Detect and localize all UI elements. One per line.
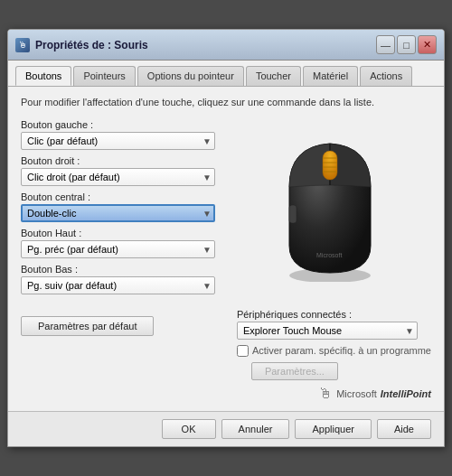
svg-text:Microsoft: Microsoft [316, 252, 342, 258]
bouton-bas-label: Bouton Bas : [21, 264, 220, 275]
title-bar: 🖱 Propriétés de : Souris — □ ✕ [8, 30, 444, 61]
bouton-gauche-dropdown[interactable]: Clic (par défaut) [21, 132, 215, 150]
bouton-haut-group: Bouton Haut : Pg. préc (par défaut) ▼ [21, 228, 220, 258]
connected-label: Périphériques connectés : [237, 309, 352, 320]
help-button[interactable]: Aide [377, 419, 431, 439]
checkbox-row: Activer param. spécifiq. à un programme [237, 345, 431, 357]
tab-boutons[interactable]: Boutons [15, 66, 71, 86]
tab-options-pointeur[interactable]: Options du pointeur [137, 66, 244, 86]
main-window: 🖱 Propriétés de : Souris — □ ✕ Boutons P… [7, 29, 445, 446]
cancel-button[interactable]: Annuler [221, 419, 290, 439]
program-checkbox[interactable] [237, 345, 249, 357]
bouton-bas-dropdown[interactable]: Pg. suiv (par défaut) [21, 276, 215, 294]
bouton-droit-label: Bouton droit : [21, 155, 220, 166]
title-buttons: — □ ✕ [376, 35, 437, 54]
svg-rect-2 [323, 151, 337, 180]
tab-materiel[interactable]: Matériel [303, 66, 358, 86]
mouse-svg: Microsoft [267, 133, 393, 282]
window-icon: 🖱 [15, 38, 30, 52]
ok-button[interactable]: OK [162, 419, 216, 439]
content-area: Pour modifier l'affectation d'une touche… [8, 87, 444, 410]
footer: OK Annuler Appliquer Aide [8, 411, 444, 446]
intellipoint-brand: IntelliPoint [381, 388, 431, 399]
tab-actions[interactable]: Actions [360, 66, 412, 86]
bouton-gauche-label: Bouton gauche : [21, 119, 220, 130]
intellipoint-mouse-icon: 🖱 [318, 386, 333, 402]
main-area: Bouton gauche : Clic (par défaut) ▼ Bout… [21, 119, 431, 300]
bouton-droit-group: Bouton droit : Clic droit (par défaut) ▼ [21, 155, 220, 186]
minimize-button[interactable]: — [376, 35, 395, 54]
checkbox-label: Activer param. spécifiq. à un programme [252, 345, 431, 356]
defaults-btn-row: Paramètres par défaut [21, 316, 154, 336]
intellipoint-prefix: Microsoft [336, 388, 377, 399]
defaults-button[interactable]: Paramètres par défaut [21, 316, 154, 336]
bouton-central-label: Bouton central : [21, 191, 220, 202]
description-text: Pour modifier l'affectation d'une touche… [21, 96, 431, 109]
close-button[interactable]: ✕ [418, 35, 437, 54]
right-panel: Microsoft [229, 119, 431, 300]
mouse-image: Microsoft [267, 133, 393, 277]
bouton-central-group: Bouton central : Double-clic ▼ [21, 191, 220, 222]
bouton-haut-dropdown-wrap: Pg. préc (par défaut) ▼ [21, 240, 215, 258]
bouton-gauche-group: Bouton gauche : Clic (par défaut) ▼ [21, 119, 220, 150]
bouton-bas-group: Bouton Bas : Pg. suiv (par défaut) ▼ [21, 264, 220, 294]
left-panel: Bouton gauche : Clic (par défaut) ▼ Bout… [21, 119, 220, 300]
bouton-haut-dropdown[interactable]: Pg. préc (par défaut) [21, 240, 215, 258]
connected-dropdown[interactable]: Explorer Touch Mouse [237, 322, 418, 340]
bouton-droit-dropdown-wrap: Clic droit (par défaut) ▼ [21, 168, 215, 186]
bouton-central-dropdown-wrap: Double-clic ▼ [21, 204, 215, 222]
params-button[interactable]: Paramètres... [251, 362, 338, 380]
svg-rect-7 [289, 205, 297, 223]
bouton-bas-dropdown-wrap: Pg. suiv (par défaut) ▼ [21, 276, 215, 294]
tab-pointeurs[interactable]: Pointeurs [73, 66, 135, 86]
bouton-gauche-dropdown-wrap: Clic (par défaut) ▼ [21, 132, 215, 150]
intellipoint-row: 🖱 Microsoft IntelliPoint [318, 386, 431, 402]
bottom-section: Paramètres par défaut Périphériques conn… [21, 309, 431, 402]
bouton-central-dropdown[interactable]: Double-clic [21, 204, 215, 222]
window-title: Propriétés de : Souris [35, 39, 148, 51]
maximize-button[interactable]: □ [397, 35, 416, 54]
tab-toucher[interactable]: Toucher [246, 66, 301, 86]
apply-button[interactable]: Appliquer [295, 419, 371, 439]
bouton-droit-dropdown[interactable]: Clic droit (par défaut) [21, 168, 215, 186]
tabs-bar: Boutons Pointeurs Options du pointeur To… [8, 61, 444, 87]
connected-dropdown-wrap: Explorer Touch Mouse ▼ [237, 322, 418, 340]
title-bar-left: 🖱 Propriétés de : Souris [15, 38, 148, 52]
bouton-haut-label: Bouton Haut : [21, 228, 220, 238]
